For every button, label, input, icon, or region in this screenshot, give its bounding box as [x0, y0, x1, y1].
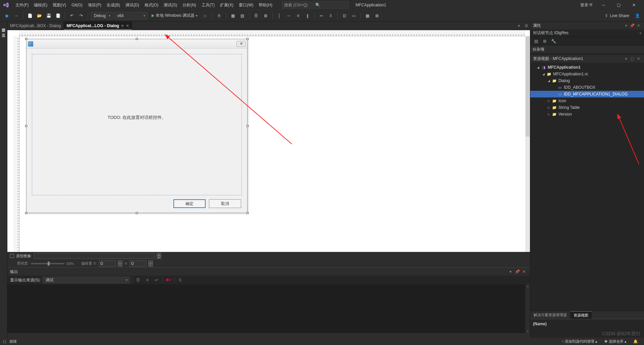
- tree-string-table[interactable]: ▷📁 String Table: [530, 104, 644, 111]
- start-without-debug-icon[interactable]: ▷: [202, 12, 210, 20]
- tab-settings-icon[interactable]: ⚙: [523, 21, 530, 30]
- size-2-icon[interactable]: ▭: [350, 12, 358, 20]
- layout-2-icon[interactable]: ─: [285, 12, 293, 20]
- pin-icon[interactable]: ⊕: [121, 24, 124, 27]
- tree-icon[interactable]: ▷📁 Icon: [530, 97, 644, 104]
- prototype-checkbox[interactable]: [10, 254, 14, 258]
- tree-version[interactable]: ▷📁 Version: [530, 111, 644, 118]
- tool-2-icon[interactable]: ▤: [238, 12, 247, 20]
- menu-debug[interactable]: 调试(D): [123, 0, 142, 10]
- output-scrollbar-h[interactable]: [7, 333, 530, 338]
- status-select-repo[interactable]: ◈ 选择仓库 ▴: [601, 339, 630, 344]
- grid-icon[interactable]: ▦: [364, 12, 372, 20]
- menu-extensions[interactable]: 扩展(X): [217, 0, 236, 10]
- open-icon[interactable]: 📂: [35, 12, 43, 20]
- output-scrollbar-v[interactable]: [525, 284, 530, 333]
- output-dropdown-icon[interactable]: ▾: [507, 268, 514, 275]
- menu-file[interactable]: 文件(F): [13, 0, 31, 10]
- doc-tab-0[interactable]: MFCApplicati...BOX - Dialog: [7, 21, 64, 30]
- menu-git[interactable]: Git(G): [69, 0, 85, 10]
- spacing-2-icon[interactable]: ⇳: [327, 12, 335, 20]
- dialog-preview[interactable]: ✕ TODO: 在此放置对话框控件。 确定 取消: [26, 39, 248, 213]
- designer-surface[interactable]: ✕ TODO: 在此放置对话框控件。 确定 取消: [7, 30, 530, 252]
- account-icon[interactable]: 👤: [633, 12, 641, 20]
- redo-icon[interactable]: ↷: [77, 12, 85, 20]
- output-wrap-icon[interactable]: ↩: [153, 276, 160, 284]
- layout-3-icon[interactable]: ≡: [294, 12, 302, 20]
- menu-format[interactable]: 格式(O): [142, 0, 161, 10]
- tree-aboutbox[interactable]: ▭ IDD_ABOUTBOX: [530, 84, 644, 91]
- panel-tab-resource[interactable]: 资源视图: [570, 311, 592, 319]
- properties-pin-icon[interactable]: 📌: [629, 22, 635, 28]
- output-clear-icon[interactable]: ☰: [134, 276, 142, 284]
- properties-close-icon[interactable]: ✕: [635, 22, 641, 28]
- left-tab-server-explorer[interactable]: 服务器资源管理器: [0, 23, 7, 28]
- resource-dropdown-icon[interactable]: ▾: [623, 56, 629, 62]
- doc-tab-1[interactable]: MFCApplicat...LOG - Dialog ⊕ ✕: [64, 21, 132, 30]
- offset-x-input[interactable]: [99, 261, 116, 267]
- guide-icon[interactable]: ⊞: [373, 12, 381, 20]
- nav-forward-icon[interactable]: →: [12, 12, 20, 20]
- search-box[interactable]: 搜索 (Ctrl+Q) 🔍: [282, 1, 349, 9]
- offset-y-input[interactable]: [129, 261, 146, 267]
- align-2-icon[interactable]: ⊞: [262, 12, 270, 20]
- platform-combo[interactable]: x64: [114, 12, 148, 19]
- resource-close-icon[interactable]: ✕: [635, 56, 641, 62]
- window-maximize[interactable]: ▢: [611, 0, 626, 10]
- window-minimize[interactable]: ─: [596, 0, 611, 10]
- dialog-ok-button[interactable]: 确定: [173, 199, 206, 208]
- tool-1-icon[interactable]: ▦: [229, 12, 237, 20]
- close-icon[interactable]: ✕: [126, 23, 129, 28]
- login-button[interactable]: 登录 环: [577, 0, 596, 10]
- left-tab-toolbox[interactable]: 工具箱: [0, 28, 7, 33]
- config-combo[interactable]: Debug: [91, 12, 113, 19]
- panel-tab-solution[interactable]: 解决方案资源管理器: [530, 311, 570, 319]
- status-add-source[interactable]: ↑ 添加到源代码管理 ▴: [558, 339, 601, 344]
- output-close-icon[interactable]: ✕: [521, 268, 527, 275]
- menu-window[interactable]: 窗口(W): [236, 0, 256, 10]
- save-icon[interactable]: 💾: [45, 12, 53, 20]
- save-all-icon[interactable]: 📑: [54, 12, 62, 20]
- properties-dropdown-icon[interactable]: ▾: [623, 22, 629, 28]
- designer-scrollbar-v[interactable]: [525, 36, 530, 252]
- layout-1-icon[interactable]: │: [275, 12, 283, 20]
- menu-project[interactable]: 项目(P): [85, 0, 104, 10]
- output-pin-icon[interactable]: 📌: [514, 268, 521, 275]
- transparency-slider[interactable]: [31, 263, 64, 264]
- tree-root[interactable]: ◢◨ MFCApplication1: [530, 64, 644, 71]
- tree-dialog-folder[interactable]: ◢📁 Dialog: [530, 77, 644, 84]
- menu-tools[interactable]: 工具(T): [199, 0, 217, 10]
- menu-test[interactable]: 测试(S): [161, 0, 180, 10]
- undo-icon[interactable]: ↶: [68, 12, 76, 20]
- output-toggle-icon[interactable]: ≡: [144, 276, 151, 284]
- new-item-icon[interactable]: 📄: [26, 12, 34, 20]
- dialog-close-icon[interactable]: ✕: [236, 41, 246, 47]
- menu-build[interactable]: 生成(B): [104, 0, 123, 10]
- output-source-combo[interactable]: 调试: [43, 277, 130, 283]
- window-close[interactable]: ✕: [626, 0, 641, 10]
- tab-dropdown-icon[interactable]: ▾: [515, 21, 523, 30]
- menu-analyze[interactable]: 分析(N): [180, 0, 199, 10]
- step-icon[interactable]: ⎘: [215, 12, 223, 20]
- tree-main-dialog[interactable]: ▭ IDD_MFCAPPLICATION1_DIALOG: [530, 91, 644, 97]
- spacing-1-icon[interactable]: ⇿: [317, 12, 325, 20]
- resource-maximize-icon[interactable]: ▢: [629, 56, 635, 62]
- dialog-cancel-button[interactable]: 取消: [209, 199, 241, 208]
- nav-back-icon[interactable]: ◉: [3, 12, 11, 20]
- menu-view[interactable]: 视图(V): [50, 0, 69, 10]
- menu-help[interactable]: 帮助(H): [256, 0, 275, 10]
- prop-events-icon[interactable]: 🔧: [550, 38, 557, 45]
- status-bell-icon[interactable]: 🔔: [630, 339, 641, 344]
- prop-categorized-icon[interactable]: ▤: [532, 38, 540, 45]
- size-1-icon[interactable]: ⊡: [340, 12, 348, 20]
- layout-4-icon[interactable]: ‖: [304, 12, 312, 20]
- menu-edit[interactable]: 编辑(E): [31, 0, 50, 10]
- align-icon[interactable]: ☰: [252, 12, 260, 20]
- prop-category-misc[interactable]: ⊟ 杂项: [530, 46, 644, 53]
- live-share-button[interactable]: ⇪ Live Share: [602, 13, 632, 18]
- output-goto-icon[interactable]: ⎘: [176, 276, 184, 284]
- tree-rc[interactable]: ◢📁 MFCApplication1.rc: [530, 71, 644, 77]
- output-body[interactable]: [7, 284, 530, 338]
- output-clear2-icon[interactable]: ✖≡: [165, 276, 172, 284]
- start-debug-button[interactable]: 本地 Windows 调试器 ▾: [149, 12, 200, 20]
